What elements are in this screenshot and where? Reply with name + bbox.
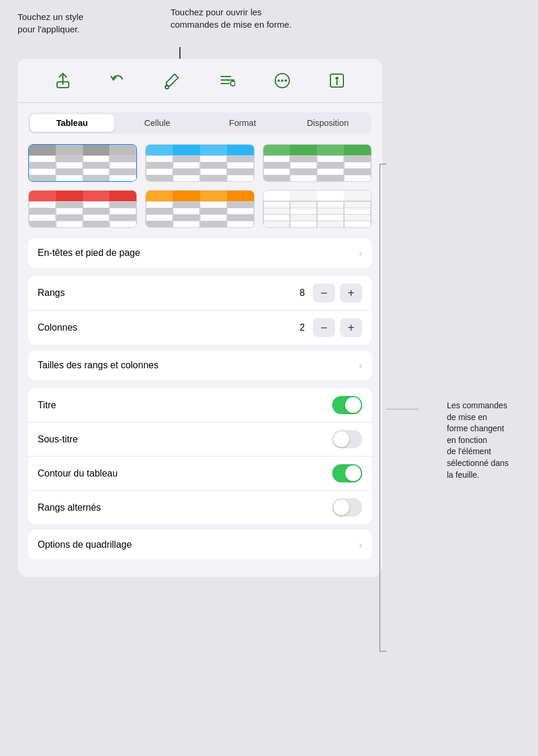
format-panel: Tableau Cellule Format Disposition <box>18 103 382 577</box>
headers-footer-chevron: › <box>359 247 362 259</box>
toggles-section: Titre Sous-titre Contour du tableau Rang… <box>28 388 372 524</box>
bracket-line <box>379 164 380 652</box>
share-icon[interactable] <box>52 69 74 92</box>
annotation-right: Les commandes de mise en forme changent … <box>447 400 532 481</box>
tailles-row[interactable]: Tailles des rangs et colonnes › <box>28 351 372 380</box>
colonnes-plus-button[interactable]: + <box>340 318 362 337</box>
sous-titre-toggle-knob <box>333 431 349 447</box>
rangs-alternes-toggle-row: Rangs alternés <box>28 490 372 524</box>
format-paintbrush-icon[interactable] <box>161 69 183 92</box>
grid-options-row[interactable]: Options de quadrillage › <box>28 530 372 559</box>
rows-cols-section: Rangs 8 − + Colonnes 2 − + <box>28 276 372 345</box>
annotation-top-right: Touchez pour ouvrir les commandes de mis… <box>171 6 359 31</box>
headers-footer-row[interactable]: En-têtes et pied de page › <box>28 238 372 268</box>
undo-icon[interactable] <box>106 69 129 92</box>
rangs-plus-button[interactable]: + <box>340 284 362 302</box>
contour-toggle-knob <box>345 465 361 481</box>
svg-point-6 <box>285 79 287 82</box>
rangs-stepper: 8 − + <box>296 284 362 302</box>
callout-line <box>386 409 419 409</box>
rangs-row: Rangs 8 − + <box>28 276 372 310</box>
contour-toggle[interactable] <box>332 464 362 482</box>
tab-disposition[interactable]: Disposition <box>286 114 370 132</box>
titre-toggle-row: Titre <box>28 388 372 422</box>
rangs-minus-button[interactable]: − <box>313 284 335 302</box>
text-align-icon[interactable] <box>216 69 239 92</box>
rangs-alternes-toggle[interactable] <box>332 498 362 517</box>
table-style-5[interactable] <box>145 190 254 228</box>
titre-toggle[interactable] <box>332 396 362 414</box>
sous-titre-toggle-row: Sous-titre <box>28 422 372 456</box>
inspector-icon[interactable] <box>326 69 348 92</box>
sous-titre-toggle[interactable] <box>332 430 362 448</box>
tab-cellule[interactable]: Cellule <box>115 114 199 132</box>
tab-format[interactable]: Format <box>201 114 285 132</box>
colonnes-row: Colonnes 2 − + <box>28 310 372 345</box>
svg-point-1 <box>165 85 169 89</box>
svg-point-5 <box>281 79 283 82</box>
svg-point-2 <box>230 81 235 86</box>
annotation-top-left: Touchez un style pour l'appliquer. <box>18 11 171 35</box>
tab-tableau[interactable]: Tableau <box>30 114 114 132</box>
toolbar <box>18 59 382 103</box>
contour-toggle-row: Contour du tableau <box>28 456 372 490</box>
table-styles-grid <box>28 144 372 228</box>
table-style-3[interactable] <box>263 144 372 182</box>
table-style-4[interactable] <box>28 190 137 228</box>
grid-options-chevron: › <box>359 539 362 551</box>
rangs-alternes-toggle-knob <box>333 499 349 515</box>
tab-bar: Tableau Cellule Format Disposition <box>28 112 372 134</box>
table-style-1[interactable] <box>28 144 137 182</box>
tailles-chevron: › <box>359 359 362 372</box>
more-icon[interactable] <box>271 69 293 92</box>
svg-point-8 <box>336 77 339 80</box>
colonnes-minus-button[interactable]: − <box>313 318 335 337</box>
titre-toggle-knob <box>345 397 361 413</box>
svg-point-4 <box>278 79 280 82</box>
colonnes-stepper: 2 − + <box>296 318 362 337</box>
table-style-2[interactable] <box>145 144 254 182</box>
table-style-6[interactable] <box>263 190 372 228</box>
